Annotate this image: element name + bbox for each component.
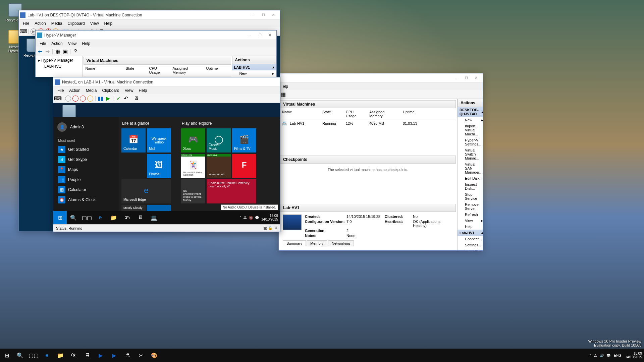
guest-taskbar[interactable]: ⊞ 🔍 ▢▢ e 📁 🛍 🖥 💻 ˄ 🖧 🔇 💬 16:09 14/10/201… (53, 211, 280, 224)
tile-solitaire[interactable]: XBOX LIVE🃏Microsoft Solitaire Collection (181, 154, 205, 178)
notifications-icon[interactable]: 💬 (606, 354, 610, 357)
minimize-button[interactable]: ─ (248, 11, 258, 19)
language-indicator[interactable]: ENG (614, 354, 621, 357)
close-button[interactable]: ✕ (268, 11, 278, 19)
checkpoint-icon[interactable]: ✓ (115, 96, 121, 102)
ctrl-alt-del-icon[interactable]: ⌨ (20, 28, 26, 35)
menu-file[interactable]: File (37, 41, 49, 47)
maximize-button[interactable]: ☐ (461, 74, 471, 82)
ctrl-alt-del-icon[interactable]: ⌨ (55, 96, 61, 102)
tray-up-icon[interactable]: ˄ (589, 354, 591, 357)
vm-display-area[interactable]: Recycle Bin 👤 Admin3 Most used ★Get Star… (53, 103, 280, 224)
action-help[interactable]: Help (458, 224, 483, 230)
col-name[interactable]: Name (84, 66, 124, 75)
tile-photos[interactable]: 🖼Photos (147, 154, 171, 178)
action-connect[interactable]: Connect... (458, 236, 483, 242)
task-view-icon[interactable]: ▢▢ (27, 349, 40, 362)
actions-vm-header[interactable]: Lab-HV1▴ (458, 230, 483, 236)
taskbar-vmconnect[interactable]: 💻 (147, 211, 161, 224)
tile-news-uk[interactable]: UK unemployment drops to seven-Money (181, 179, 205, 203)
menu-action[interactable]: Action (49, 41, 65, 47)
start-button[interactable]: ⊞ (53, 211, 67, 224)
close-button[interactable]: ✕ (471, 74, 481, 82)
start-menu[interactable]: 👤 Admin3 Most used ★Get Started SGet Sky… (53, 117, 280, 211)
start-user[interactable]: 👤 Admin3 (53, 120, 119, 136)
taskbar-paint[interactable]: 🎨 (148, 349, 161, 362)
action-inspect-disk[interactable]: Inspect Disk... (458, 181, 483, 191)
network-icon[interactable]: 🖧 (244, 216, 247, 220)
taskbar-edge[interactable]: e (94, 211, 107, 224)
titlebar[interactable]: Lab-HV1 on DESKTOP-QH3VT4O - Virtual Mac… (19, 10, 280, 20)
tile-films[interactable]: 🎬Films & TV (232, 128, 256, 153)
volume-icon[interactable]: 🔊 (600, 354, 604, 357)
col-name[interactable]: Name (280, 109, 320, 119)
host-systray[interactable]: ˄ 🖧 🔊 💬 ENG 16:09 14/10/2015 (588, 352, 644, 359)
menu-help[interactable]: Help (79, 41, 93, 47)
action-new[interactable]: New▸ (232, 70, 276, 76)
tab-networking[interactable]: Networking (328, 240, 354, 246)
col-uptime[interactable]: Uptime (401, 109, 428, 119)
turn-off-icon[interactable] (72, 96, 78, 102)
action-new[interactable]: New▸ (458, 117, 483, 123)
network-icon[interactable]: 🖧 (594, 354, 597, 357)
taskbar-edge[interactable]: e (40, 349, 54, 362)
taskbar-hyperv[interactable]: 🖥 (134, 211, 147, 224)
tile-minecraft[interactable]: XBOX LIVEMinecraft: Wi... (207, 154, 231, 178)
maximize-button[interactable]: ☐ (255, 32, 265, 39)
vmconnect-nested1-window[interactable]: Nested1 on LAB-HV1 - Virtual Machine Con… (53, 77, 280, 232)
menu-view[interactable]: View (65, 41, 79, 47)
titlebar[interactable]: ─ ☐ ✕ (279, 73, 483, 83)
menu-action[interactable]: Action (32, 20, 48, 26)
taskbar-explorer[interactable]: 📁 (54, 349, 67, 362)
vm-row[interactable]: 📇 Lab-HV1 Running 12% 4096 MB 01:03:13 (280, 120, 456, 127)
action-view[interactable]: View▸ (458, 218, 483, 224)
tile-news-ebola[interactable]: Ebola nurse Pauline Cafferkey now 'criti… (207, 179, 256, 203)
start-item-get-started[interactable]: ★Get Started (53, 144, 119, 155)
reset-icon[interactable]: ▶ (105, 96, 111, 102)
taskbar-explorer[interactable]: 📁 (107, 211, 120, 224)
action-hyperv-settings[interactable]: Hyper-V Settings... (458, 137, 483, 147)
menu-view[interactable]: View (122, 87, 136, 94)
start-item-maps[interactable]: 📍Maps (53, 165, 119, 175)
action-vswitch-manager[interactable]: Virtual Switch Manag... (458, 147, 483, 161)
pause-icon[interactable]: ▮▮ (98, 96, 104, 102)
start-icon[interactable] (65, 96, 71, 102)
tile-xbox[interactable]: 🎮Xbox (181, 128, 205, 153)
menu-help[interactable]: Help (136, 87, 150, 94)
tray-up-icon[interactable]: ˄ (240, 216, 241, 220)
tile-edge[interactable]: eMicrosoft Edge (121, 179, 171, 203)
taskbar-snip[interactable]: ✂ (134, 349, 148, 362)
col-mem[interactable]: Assigned Memory (367, 109, 401, 119)
start-item-calculator[interactable]: ▦Calculator (53, 185, 119, 195)
col-state[interactable]: State (320, 109, 344, 119)
tile-mail[interactable]: We speak YahooMail (147, 128, 171, 153)
menu-clipboard[interactable]: Clipboard (99, 87, 122, 94)
notifications-icon[interactable]: 💬 (255, 216, 259, 220)
menu-action[interactable]: Action (66, 87, 83, 94)
toolbar-button[interactable]: ▦ (280, 92, 286, 98)
search-icon[interactable]: 🔍 (13, 349, 27, 362)
host-taskbar[interactable]: ⊞ 🔍 ▢▢ e 📁 🛍 🖥 ▶ ▶ ⚗ ✂ 🎨 ˄ 🖧 🔊 💬 ENG 16:… (0, 349, 644, 362)
shut-down-icon[interactable] (80, 96, 86, 102)
start-item-people[interactable]: 👥People (53, 175, 119, 185)
actions-host-header[interactable]: LAB-HV1▴ (232, 64, 276, 70)
tile-calendar[interactable]: 📅Calendar (121, 128, 146, 153)
toolbar-button[interactable]: ▣ (62, 49, 68, 55)
tree-server[interactable]: LAB-HV1 (37, 63, 81, 69)
revert-icon[interactable]: ↶ (123, 96, 129, 102)
tab-memory[interactable]: Memory (307, 240, 327, 246)
taskbar-store[interactable]: 🛍 (120, 211, 134, 224)
action-import-vm[interactable]: Import Virtual Mac... (232, 76, 276, 77)
search-icon[interactable]: 🔍 (67, 211, 80, 224)
col-cpu[interactable]: CPU Usage (344, 109, 367, 119)
titlebar[interactable]: Nested1 on LAB-HV1 - Virtual Machine Con… (53, 77, 280, 87)
taskbar-store[interactable]: 🛍 (67, 349, 80, 362)
minimize-button[interactable]: ─ (451, 74, 461, 82)
action-refresh[interactable]: Refresh (458, 212, 483, 218)
volume-muted-icon[interactable]: 🔇 (249, 216, 253, 220)
tile-group-life[interactable]: Life at a glance (121, 120, 171, 128)
menu-view[interactable]: View (88, 20, 102, 26)
forward-icon[interactable]: ➡ (44, 49, 50, 55)
action-vsan-manager[interactable]: Virtual SAN Manager... (458, 161, 483, 175)
back-icon[interactable]: ⬅ (37, 49, 43, 55)
